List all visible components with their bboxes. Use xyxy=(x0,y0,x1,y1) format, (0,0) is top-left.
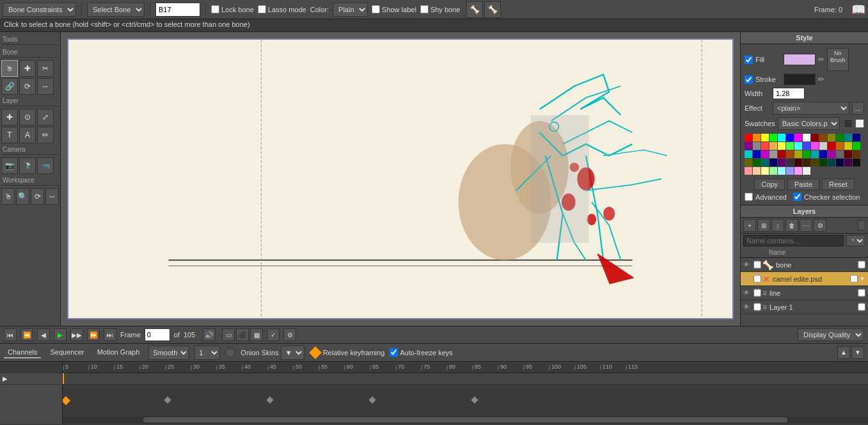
layer-checkbox-bone[interactable] xyxy=(754,261,761,269)
color-cell-33[interactable] xyxy=(786,150,794,158)
color-cell-19[interactable] xyxy=(786,142,794,150)
timeline-scroll-thumb[interactable] xyxy=(143,417,787,422)
autofreeze-checkbox[interactable] xyxy=(390,348,398,357)
play-btn[interactable]: ▶ xyxy=(54,328,67,341)
layer-tool-more[interactable]: ⋯ xyxy=(800,219,812,232)
tool-btn-12[interactable]: ✏ xyxy=(37,127,54,143)
tool-btn-4[interactable]: 🔗 xyxy=(1,78,18,95)
color-cell-53[interactable] xyxy=(836,159,844,166)
color-cell-10[interactable] xyxy=(828,134,835,141)
layer-checkbox-layer1[interactable] xyxy=(754,303,761,311)
swatches-dark-swatch[interactable] xyxy=(844,119,853,128)
tool-btn-5[interactable]: ⟳ xyxy=(19,78,36,95)
fill-edit-icon[interactable]: ✏ xyxy=(818,55,825,64)
color-cell-20[interactable] xyxy=(794,142,802,150)
layer-row-layer1[interactable]: 👁 ≡ Layer 1 xyxy=(741,300,868,314)
color-cell-51[interactable] xyxy=(819,159,827,166)
tool-btn-19[interactable]: ↔ xyxy=(45,188,59,205)
color-cell-46[interactable] xyxy=(778,159,785,166)
color-cell-1[interactable] xyxy=(753,134,761,141)
color-cell-57[interactable] xyxy=(753,167,761,175)
color-cell-4[interactable] xyxy=(778,134,785,141)
layer-tool-move[interactable]: ↕ xyxy=(771,219,784,232)
book-icon[interactable]: 📖 xyxy=(851,3,865,17)
layer-extra-check-layer1[interactable] xyxy=(858,303,865,311)
timeline-num-select[interactable]: 1 xyxy=(194,346,220,360)
frame-input[interactable] xyxy=(145,328,170,341)
color-cell-14[interactable] xyxy=(745,142,752,150)
audio-btn[interactable]: 🔊 xyxy=(203,328,216,341)
layer-row-camel[interactable]: 👁 ✕ camel edite.psd ▼ xyxy=(741,272,868,286)
tool-btn-2[interactable]: ✚ xyxy=(19,60,36,77)
prev-frame-btn[interactable]: ⏪ xyxy=(20,328,33,341)
timeline-cycle-icon[interactable] xyxy=(225,348,235,358)
color-cell-8[interactable] xyxy=(811,134,819,141)
lock-bone-checkbox[interactable] xyxy=(211,5,219,13)
fill-checkbox[interactable] xyxy=(745,56,753,64)
view-mode-3[interactable]: ▦ xyxy=(250,328,263,341)
layer-checkbox-line[interactable] xyxy=(754,289,761,297)
advanced-checkbox[interactable] xyxy=(745,193,753,201)
color-cell-26[interactable] xyxy=(844,142,852,150)
color-cell-63[interactable] xyxy=(803,167,810,175)
lock-bone-label[interactable]: Lock bone xyxy=(211,5,254,13)
no-brush-button[interactable]: NoBrush xyxy=(827,48,849,71)
color-cell-15[interactable] xyxy=(753,142,761,150)
color-cell-62[interactable] xyxy=(794,167,802,175)
color-cell-25[interactable] xyxy=(836,142,844,150)
color-cell-58[interactable] xyxy=(761,167,769,175)
lasso-mode-label[interactable]: Lasso mode xyxy=(258,5,306,13)
stroke-edit-icon[interactable]: ✏ xyxy=(818,75,825,84)
tool-btn-3[interactable]: ✂ xyxy=(37,60,54,77)
color-cell-12[interactable] xyxy=(844,134,852,141)
color-cell-7[interactable] xyxy=(803,134,810,141)
layers-search-input[interactable] xyxy=(743,235,844,246)
color-cell-9[interactable] xyxy=(819,134,827,141)
color-cell-44[interactable] xyxy=(761,159,769,166)
lasso-mode-checkbox[interactable] xyxy=(258,5,266,13)
color-cell-31[interactable] xyxy=(769,150,777,158)
color-cell-6[interactable] xyxy=(794,134,802,141)
color-cell-52[interactable] xyxy=(828,159,835,166)
next-key-btn[interactable]: ⏭ xyxy=(104,328,116,341)
color-cell-37[interactable] xyxy=(819,150,827,158)
color-cell-45[interactable] xyxy=(769,159,777,166)
view-mode-2[interactable]: ⬛ xyxy=(236,328,249,341)
color-cell-23[interactable] xyxy=(819,142,827,150)
layer-row-line[interactable]: 👁 ≡ line xyxy=(741,286,868,300)
smooth-select[interactable]: Smooth xyxy=(148,346,189,360)
layer-extra-check-line[interactable] xyxy=(858,289,865,297)
color-cell-49[interactable] xyxy=(803,159,810,166)
tool-btn-15[interactable]: 📹 xyxy=(37,157,54,174)
onion-skins-select[interactable]: ▼ xyxy=(281,346,304,360)
tool-btn-11[interactable]: A xyxy=(19,127,36,143)
color-cell-42[interactable] xyxy=(745,159,752,166)
color-cell-27[interactable] xyxy=(853,142,860,150)
layer-extra-check-bone[interactable] xyxy=(858,261,865,269)
tool-btn-10[interactable]: T xyxy=(1,127,18,143)
layer-tool-delete[interactable]: 🗑 xyxy=(785,219,798,232)
show-label-checkbox[interactable] xyxy=(372,5,380,13)
tool-btn-13[interactable]: 📷 xyxy=(1,157,18,174)
bone-constraints-select[interactable]: Bone Constraints xyxy=(3,3,76,17)
color-cell-61[interactable] xyxy=(786,167,794,175)
copy-button[interactable]: Copy xyxy=(754,179,785,190)
tool-btn-14[interactable]: 🔭 xyxy=(19,157,36,174)
view-mode-1[interactable]: ▭ xyxy=(222,328,235,341)
reset-button[interactable]: Reset xyxy=(822,179,855,190)
color-cell-55[interactable] xyxy=(853,159,860,166)
bone-icon2[interactable]: 🦴 xyxy=(484,1,501,18)
color-cell-28[interactable] xyxy=(745,150,752,158)
color-cell-50[interactable] xyxy=(811,159,819,166)
color-cell-3[interactable] xyxy=(769,134,777,141)
show-label-item[interactable]: Show label xyxy=(372,5,416,13)
step-fwd-btn[interactable]: ▶▶ xyxy=(70,328,83,341)
color-cell-59[interactable] xyxy=(769,167,777,175)
color-cell-35[interactable] xyxy=(803,150,810,158)
layer-tool-settings[interactable]: ⚙ xyxy=(814,219,826,232)
tl-down-btn[interactable]: ▼ xyxy=(851,346,864,359)
effect-more-button[interactable]: ... xyxy=(852,102,864,115)
color-cell-21[interactable] xyxy=(803,142,810,150)
layer-checkbox-camel[interactable] xyxy=(754,275,761,283)
color-cell-22[interactable] xyxy=(811,142,819,150)
